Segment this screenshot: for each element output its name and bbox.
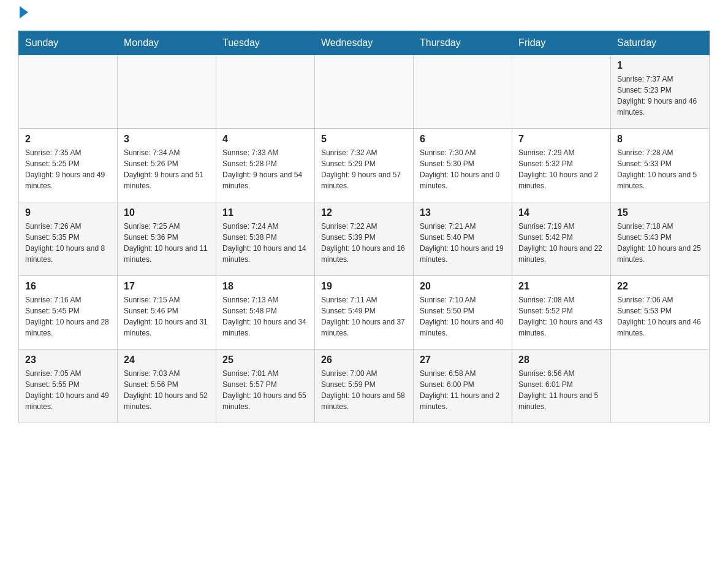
day-number: 5	[321, 134, 407, 145]
calendar-cell: 2Sunrise: 7:35 AM Sunset: 5:25 PM Daylig…	[19, 129, 118, 202]
day-info: Sunrise: 7:11 AM Sunset: 5:49 PM Dayligh…	[321, 294, 407, 339]
day-info: Sunrise: 7:28 AM Sunset: 5:33 PM Dayligh…	[617, 147, 703, 191]
day-number: 9	[25, 207, 111, 218]
day-info: Sunrise: 7:00 AM Sunset: 5:59 PM Dayligh…	[321, 368, 407, 412]
calendar-cell	[19, 55, 118, 129]
calendar-week-row: 16Sunrise: 7:16 AM Sunset: 5:45 PM Dayli…	[19, 276, 710, 350]
calendar-cell: 19Sunrise: 7:11 AM Sunset: 5:49 PM Dayli…	[315, 276, 414, 350]
calendar-cell: 5Sunrise: 7:32 AM Sunset: 5:29 PM Daylig…	[315, 129, 414, 202]
day-number: 22	[617, 281, 703, 292]
day-info: Sunrise: 7:26 AM Sunset: 5:35 PM Dayligh…	[25, 221, 111, 265]
calendar-cell	[414, 55, 512, 129]
day-number: 2	[25, 134, 111, 145]
day-info: Sunrise: 7:21 AM Sunset: 5:40 PM Dayligh…	[420, 221, 506, 265]
weekday-header-sunday: Sunday	[19, 31, 118, 55]
day-number: 13	[420, 207, 506, 218]
calendar-table: SundayMondayTuesdayWednesdayThursdayFrid…	[18, 31, 710, 423]
calendar-cell	[512, 55, 611, 129]
day-info: Sunrise: 7:25 AM Sunset: 5:36 PM Dayligh…	[124, 221, 210, 265]
calendar-cell: 20Sunrise: 7:10 AM Sunset: 5:50 PM Dayli…	[414, 276, 512, 350]
day-number: 8	[617, 134, 703, 145]
calendar-cell: 3Sunrise: 7:34 AM Sunset: 5:26 PM Daylig…	[118, 129, 216, 202]
day-number: 25	[222, 354, 308, 366]
calendar-cell: 26Sunrise: 7:00 AM Sunset: 5:59 PM Dayli…	[315, 350, 414, 423]
day-info: Sunrise: 7:29 AM Sunset: 5:32 PM Dayligh…	[518, 147, 604, 191]
calendar-week-row: 23Sunrise: 7:05 AM Sunset: 5:55 PM Dayli…	[19, 350, 710, 423]
weekday-header-friday: Friday	[512, 31, 611, 55]
calendar-cell: 21Sunrise: 7:08 AM Sunset: 5:52 PM Dayli…	[512, 276, 611, 350]
calendar-cell: 25Sunrise: 7:01 AM Sunset: 5:57 PM Dayli…	[216, 350, 315, 423]
logo	[18, 12, 28, 18]
calendar-cell: 14Sunrise: 7:19 AM Sunset: 5:42 PM Dayli…	[512, 202, 611, 276]
weekday-header-saturday: Saturday	[611, 31, 710, 55]
day-number: 19	[321, 281, 407, 292]
day-info: Sunrise: 7:22 AM Sunset: 5:39 PM Dayligh…	[321, 221, 407, 265]
day-number: 4	[222, 134, 308, 145]
day-info: Sunrise: 7:19 AM Sunset: 5:42 PM Dayligh…	[518, 221, 604, 265]
calendar-cell: 12Sunrise: 7:22 AM Sunset: 5:39 PM Dayli…	[315, 202, 414, 276]
weekday-header-row: SundayMondayTuesdayWednesdayThursdayFrid…	[19, 31, 710, 55]
day-info: Sunrise: 7:30 AM Sunset: 5:30 PM Dayligh…	[420, 147, 506, 191]
day-number: 27	[420, 354, 506, 366]
day-number: 3	[124, 134, 210, 145]
calendar-cell: 23Sunrise: 7:05 AM Sunset: 5:55 PM Dayli…	[19, 350, 118, 423]
day-number: 16	[25, 281, 111, 292]
calendar-cell: 17Sunrise: 7:15 AM Sunset: 5:46 PM Dayli…	[118, 276, 216, 350]
day-info: Sunrise: 6:56 AM Sunset: 6:01 PM Dayligh…	[518, 368, 604, 412]
day-info: Sunrise: 7:01 AM Sunset: 5:57 PM Dayligh…	[222, 368, 308, 412]
calendar-cell	[118, 55, 216, 129]
page-header	[18, 12, 710, 18]
day-number: 26	[321, 354, 407, 366]
day-number: 24	[124, 354, 210, 366]
calendar-week-row: 2Sunrise: 7:35 AM Sunset: 5:25 PM Daylig…	[19, 129, 710, 202]
calendar-cell	[315, 55, 414, 129]
day-number: 7	[518, 134, 604, 145]
day-info: Sunrise: 7:13 AM Sunset: 5:48 PM Dayligh…	[222, 294, 308, 339]
calendar-cell	[216, 55, 315, 129]
day-number: 28	[518, 354, 604, 366]
day-info: Sunrise: 7:16 AM Sunset: 5:45 PM Dayligh…	[25, 294, 111, 339]
calendar-cell: 10Sunrise: 7:25 AM Sunset: 5:36 PM Dayli…	[118, 202, 216, 276]
calendar-cell: 7Sunrise: 7:29 AM Sunset: 5:32 PM Daylig…	[512, 129, 611, 202]
day-info: Sunrise: 7:37 AM Sunset: 5:23 PM Dayligh…	[617, 74, 703, 118]
day-info: Sunrise: 7:05 AM Sunset: 5:55 PM Dayligh…	[25, 368, 111, 412]
day-number: 21	[518, 281, 604, 292]
day-number: 15	[617, 207, 703, 218]
day-number: 11	[222, 207, 308, 218]
calendar-body: 1Sunrise: 7:37 AM Sunset: 5:23 PM Daylig…	[19, 55, 710, 423]
calendar-cell: 27Sunrise: 6:58 AM Sunset: 6:00 PM Dayli…	[414, 350, 512, 423]
calendar-cell: 6Sunrise: 7:30 AM Sunset: 5:30 PM Daylig…	[414, 129, 512, 202]
day-info: Sunrise: 7:32 AM Sunset: 5:29 PM Dayligh…	[321, 147, 407, 191]
day-number: 14	[518, 207, 604, 218]
weekday-header-thursday: Thursday	[414, 31, 512, 55]
calendar-cell: 24Sunrise: 7:03 AM Sunset: 5:56 PM Dayli…	[118, 350, 216, 423]
calendar-cell: 15Sunrise: 7:18 AM Sunset: 5:43 PM Dayli…	[611, 202, 710, 276]
calendar-header: SundayMondayTuesdayWednesdayThursdayFrid…	[19, 31, 710, 55]
day-info: Sunrise: 7:03 AM Sunset: 5:56 PM Dayligh…	[124, 368, 210, 412]
day-info: Sunrise: 6:58 AM Sunset: 6:00 PM Dayligh…	[420, 368, 506, 412]
day-info: Sunrise: 7:06 AM Sunset: 5:53 PM Dayligh…	[617, 294, 703, 339]
day-number: 6	[420, 134, 506, 145]
calendar-cell: 16Sunrise: 7:16 AM Sunset: 5:45 PM Dayli…	[19, 276, 118, 350]
day-number: 10	[124, 207, 210, 218]
weekday-header-monday: Monday	[118, 31, 216, 55]
weekday-header-wednesday: Wednesday	[315, 31, 414, 55]
day-number: 1	[617, 60, 703, 71]
calendar-week-row: 1Sunrise: 7:37 AM Sunset: 5:23 PM Daylig…	[19, 55, 710, 129]
calendar-week-row: 9Sunrise: 7:26 AM Sunset: 5:35 PM Daylig…	[19, 202, 710, 276]
day-info: Sunrise: 7:35 AM Sunset: 5:25 PM Dayligh…	[25, 147, 111, 191]
calendar-cell: 13Sunrise: 7:21 AM Sunset: 5:40 PM Dayli…	[414, 202, 512, 276]
day-number: 18	[222, 281, 308, 292]
day-info: Sunrise: 7:18 AM Sunset: 5:43 PM Dayligh…	[617, 221, 703, 265]
day-info: Sunrise: 7:10 AM Sunset: 5:50 PM Dayligh…	[420, 294, 506, 339]
calendar-cell: 4Sunrise: 7:33 AM Sunset: 5:28 PM Daylig…	[216, 129, 315, 202]
calendar-cell: 1Sunrise: 7:37 AM Sunset: 5:23 PM Daylig…	[611, 55, 710, 129]
day-number: 20	[420, 281, 506, 292]
day-number: 17	[124, 281, 210, 292]
calendar-cell: 18Sunrise: 7:13 AM Sunset: 5:48 PM Dayli…	[216, 276, 315, 350]
day-number: 23	[25, 354, 111, 366]
calendar-cell: 28Sunrise: 6:56 AM Sunset: 6:01 PM Dayli…	[512, 350, 611, 423]
day-info: Sunrise: 7:08 AM Sunset: 5:52 PM Dayligh…	[518, 294, 604, 339]
day-info: Sunrise: 7:33 AM Sunset: 5:28 PM Dayligh…	[222, 147, 308, 191]
calendar-cell: 8Sunrise: 7:28 AM Sunset: 5:33 PM Daylig…	[611, 129, 710, 202]
